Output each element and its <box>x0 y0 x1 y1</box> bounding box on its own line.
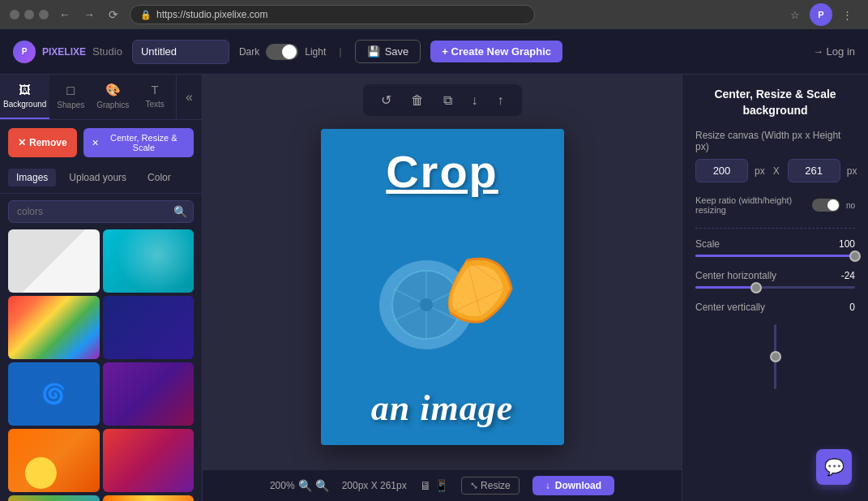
browser-dots <box>10 10 49 19</box>
graphics-icon: 🎨 <box>105 83 121 97</box>
dimensions-row: px X px <box>695 159 855 182</box>
zoom-controls: 200% 🔍 🔍 <box>270 479 329 492</box>
center-v-slider-track[interactable] <box>774 324 776 389</box>
image-thumb-9[interactable] <box>8 495 100 501</box>
center-h-slider-fill <box>695 286 756 289</box>
reload-button[interactable]: ⟳ <box>104 5 123 24</box>
save-button[interactable]: 💾 Save <box>355 40 421 63</box>
sidebar-tab-texts[interactable]: T Texts <box>134 75 176 119</box>
image-thumb-2[interactable] <box>103 229 195 293</box>
image-thumb-8[interactable] <box>103 429 195 492</box>
scale-slider-row: Scale 100 <box>695 238 855 257</box>
keep-ratio-value: no <box>846 201 855 210</box>
scale-slider-track[interactable] <box>695 255 855 257</box>
images-tab[interactable]: Images <box>8 169 56 186</box>
chat-bubble-button[interactable]: 💬 <box>816 449 852 485</box>
canvas-crop-text: Crop <box>386 145 498 198</box>
shapes-label: Shapes <box>57 101 84 109</box>
height-px-label: px <box>847 165 857 177</box>
duplicate-button[interactable]: ⧉ <box>438 90 457 111</box>
image-thumb-5[interactable] <box>8 362 100 426</box>
svg-point-5 <box>420 298 433 311</box>
device-buttons: 🖥 📱 <box>420 479 448 492</box>
center-h-label: Center horizontally <box>695 270 776 281</box>
orange-fruit-image <box>370 244 515 349</box>
sidebar-actions: ✕ Remove ✕ Center, Resize & Scale <box>0 120 202 165</box>
keep-ratio-toggle[interactable] <box>812 199 840 212</box>
keep-ratio-label: Keep ratio (width/height) resizing <box>695 195 806 215</box>
width-input[interactable] <box>695 159 748 182</box>
center-h-slider-row: Center horizontally -24 <box>695 270 855 289</box>
image-thumb-1[interactable] <box>8 229 100 293</box>
forward-button[interactable]: → <box>79 5 99 24</box>
texts-icon: T <box>151 83 158 96</box>
canvas-content: Crop <box>321 129 564 445</box>
app-body: 🖼 Background ◻ Shapes 🎨 Graphics T Texts… <box>0 75 868 501</box>
move-up-button[interactable]: ↑ <box>493 90 509 111</box>
back-button[interactable]: ← <box>55 5 75 24</box>
login-icon: → <box>813 45 823 58</box>
image-type-tabs: Images Upload yours Color <box>0 169 202 194</box>
dark-label: Dark <box>239 46 259 58</box>
logo-icon: P <box>13 41 36 63</box>
undo-button[interactable]: ↺ <box>376 89 396 111</box>
browser-dot-2 <box>24 10 34 19</box>
image-thumb-10[interactable] <box>103 495 195 501</box>
remove-button[interactable]: ✕ Remove <box>8 128 77 157</box>
center-v-slider-container <box>695 318 855 396</box>
image-thumb-3[interactable] <box>8 296 100 359</box>
zoom-out-button[interactable]: 🔍 <box>298 479 312 492</box>
sidebar-collapse-button[interactable]: « <box>176 75 202 119</box>
menu-button[interactable]: ⋮ <box>836 3 858 26</box>
star-button[interactable]: ☆ <box>784 3 806 26</box>
image-thumb-4[interactable] <box>103 296 195 359</box>
sidebar-tab-background[interactable]: 🖼 Background <box>0 75 49 119</box>
resize-label: Resize <box>481 480 511 491</box>
theme-toggle: Dark Light <box>239 44 326 60</box>
remove-label: Remove <box>29 137 67 148</box>
sidebar-tab-shapes[interactable]: ◻ Shapes <box>49 75 92 119</box>
resize-button[interactable]: ⤡ Resize <box>461 477 520 495</box>
theme-switch[interactable] <box>266 44 298 60</box>
sidebar-tabs: 🖼 Background ◻ Shapes 🎨 Graphics T Texts… <box>0 75 202 120</box>
center-v-label: Center vertically <box>695 302 765 313</box>
desktop-view-button[interactable]: 🖥 <box>420 479 431 492</box>
color-tab[interactable]: Color <box>139 169 179 186</box>
save-label: Save <box>385 45 409 58</box>
center-h-slider-track[interactable] <box>695 286 855 289</box>
panel-subtitle: background <box>695 104 855 117</box>
login-button[interactable]: → Log in <box>813 45 855 58</box>
zoom-in-button[interactable]: 🔍 <box>315 479 329 492</box>
move-down-button[interactable]: ↓ <box>467 90 483 111</box>
image-thumb-7[interactable] <box>8 429 100 492</box>
search-icon: 🔍 <box>173 205 187 218</box>
delete-button[interactable]: 🗑 <box>406 90 429 111</box>
canvas-area: ↺ 🗑 ⧉ ↓ ↑ Crop <box>203 75 682 501</box>
search-input-wrap: 🔍 <box>8 200 194 223</box>
height-input[interactable] <box>788 159 840 182</box>
url-text: https://studio.pixelixe.com <box>156 9 267 20</box>
image-thumb-6[interactable] <box>103 362 195 426</box>
address-bar[interactable]: 🔒 https://studio.pixelixe.com <box>130 5 535 24</box>
right-panel: Center, Resize & Scale background Resize… <box>682 75 868 501</box>
center-v-slider-header: Center vertically 0 <box>695 302 855 313</box>
center-v-slider-row: Center vertically 0 <box>695 302 855 396</box>
keep-ratio-row: Keep ratio (width/height) resizing no <box>695 195 855 215</box>
create-button[interactable]: + Create New Graphic <box>430 41 562 62</box>
download-button[interactable]: ↓ Download <box>532 476 614 495</box>
profile-button[interactable]: P <box>810 3 832 26</box>
logo-brand: PIXELIXE <box>42 46 86 58</box>
title-input[interactable] <box>132 40 229 64</box>
remove-icon: ✕ <box>18 137 26 148</box>
mobile-view-button[interactable]: 📱 <box>434 479 448 492</box>
canvas-frame[interactable]: Crop <box>321 129 564 445</box>
upload-tab[interactable]: Upload yours <box>61 169 135 186</box>
app-header: P PIXELIXE Studio Dark Light | 💾 Save + … <box>0 29 868 75</box>
shapes-icon: ◻ <box>66 83 75 97</box>
browser-dot-1 <box>10 10 19 19</box>
center-scale-button[interactable]: ✕ Center, Resize & Scale <box>83 128 194 157</box>
search-input[interactable] <box>8 200 194 223</box>
zoom-value: 200% <box>270 480 295 491</box>
scale-label: Scale <box>695 238 720 250</box>
sidebar-tab-graphics[interactable]: 🎨 Graphics <box>92 75 134 119</box>
